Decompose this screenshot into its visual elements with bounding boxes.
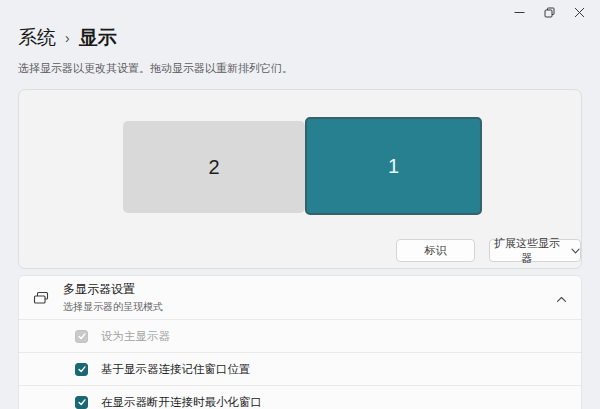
restore-icon <box>544 7 555 18</box>
option-label: 基于显示器连接记住窗口位置 <box>101 362 251 377</box>
display-mode-dropdown-value: 扩展这些显示器 <box>490 236 564 266</box>
monitor-1-label: 1 <box>388 155 399 178</box>
monitor-2-label: 2 <box>208 156 219 179</box>
minimize-icon <box>514 7 525 18</box>
settings-page: 系统 › 显示 选择显示器以更改其设置。拖动显示器以重新排列它们。 2 1 标识… <box>0 26 600 409</box>
identify-button[interactable]: 标识 <box>396 239 475 262</box>
multiple-displays-subtitle: 选择显示器的呈现模式 <box>63 300 163 314</box>
page-subtitle: 选择显示器以更改其设置。拖动显示器以重新排列它们。 <box>18 62 582 75</box>
multiple-displays-icon <box>19 291 63 305</box>
multiple-displays-header[interactable]: 多显示器设置 选择显示器的呈现模式 <box>19 276 581 319</box>
chevron-up-icon <box>556 289 567 307</box>
monitor-1-selected[interactable]: 1 <box>305 117 482 215</box>
breadcrumb-system[interactable]: 系统 <box>18 27 56 49</box>
option-row-remember-window-locations: 基于显示器连接记住窗口位置 <box>19 352 581 385</box>
breadcrumb-separator: › <box>65 26 70 49</box>
breadcrumb: 系统 › 显示 <box>18 26 582 49</box>
multiple-displays-section: 多显示器设置 选择显示器的呈现模式 设为主显示器 基于显示器连接记住窗口位置 <box>18 275 582 409</box>
chevron-down-icon <box>571 247 580 254</box>
multiple-displays-title: 多显示器设置 <box>63 281 163 298</box>
option-row-main-display: 设为主显示器 <box>19 319 581 352</box>
option-label: 设为主显示器 <box>101 329 170 344</box>
restore-button[interactable] <box>534 1 564 23</box>
minimize-button[interactable] <box>504 1 534 23</box>
display-arrangement-canvas: 2 1 标识 扩展这些显示器 <box>18 89 582 269</box>
display-mode-dropdown[interactable]: 扩展这些显示器 <box>489 239 581 262</box>
option-row-minimize-on-disconnect: 在显示器断开连接时最小化窗口 <box>19 385 581 409</box>
close-button[interactable] <box>564 1 594 23</box>
monitor-2[interactable]: 2 <box>123 121 305 213</box>
page-title: 显示 <box>79 27 117 49</box>
close-icon <box>574 7 585 18</box>
checkbox-minimize-on-disconnect[interactable] <box>75 396 88 409</box>
checkbox-main-display <box>75 330 88 343</box>
option-label: 在显示器断开连接时最小化窗口 <box>101 395 262 409</box>
identify-button-label: 标识 <box>425 243 447 258</box>
titlebar <box>504 0 594 24</box>
checkbox-remember-window-locations[interactable] <box>75 363 88 376</box>
